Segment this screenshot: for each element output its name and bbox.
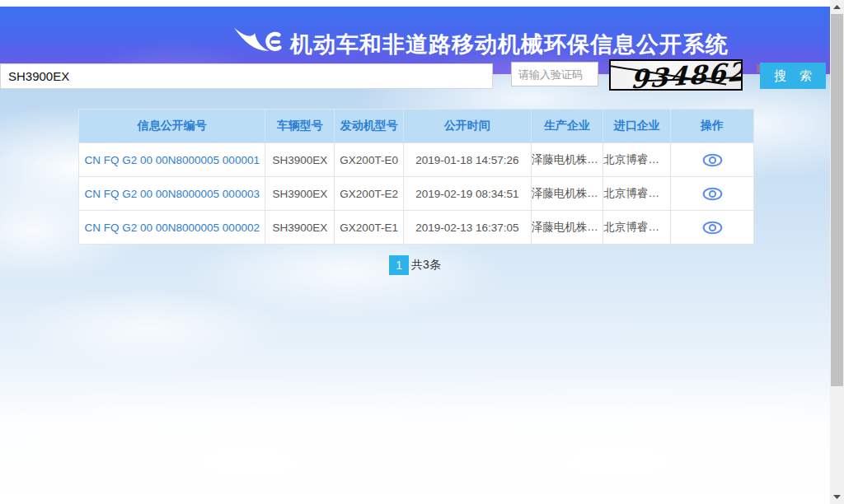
vehicle-model-cell: SH3900EX [265, 177, 335, 210]
importer-cell: 北京博睿辰翔... [603, 177, 671, 210]
search-button[interactable]: 搜 索 [760, 63, 826, 89]
captcha-code: 934862 [631, 59, 738, 91]
page-title: 机动车和非道路移动机械环保信息公开系统 [290, 30, 785, 59]
captcha-image[interactable]: 934862 [609, 59, 743, 91]
top-strip [0, 0, 830, 7]
column-header-disclosure-id: 信息公开编号 [79, 110, 265, 142]
page-button-1[interactable]: 1 [389, 255, 409, 275]
table-row: CN FQ G2 00 00N8000005 000002 SH3900EX G… [79, 210, 753, 244]
engine-model-cell: GX200T-E0 [335, 143, 404, 176]
pagination: 1 共3条 [0, 255, 830, 275]
column-header-manufacturer: 生产企业 [532, 110, 604, 142]
engine-model-cell: GX200T-E2 [335, 177, 404, 210]
disclosure-id-link[interactable]: CN FQ G2 00 00N8000005 000002 [85, 222, 260, 234]
manufacturer-cell: 泽藤电机株式... [532, 143, 604, 176]
scrollbar [830, 0, 844, 504]
table-header-row: 信息公开编号 车辆型号 发动机型号 公开时间 生产企业 进口企业 操作 [79, 110, 753, 142]
captcha-input[interactable] [511, 62, 598, 86]
vehicle-model-cell: SH3900EX [265, 211, 335, 244]
table-row: CN FQ G2 00 00N8000005 000003 SH3900EX G… [79, 176, 753, 210]
publish-time-cell: 2019-02-13 16:37:05 [404, 211, 532, 244]
importer-cell: 北京博睿辰翔... [603, 143, 671, 176]
publish-time-cell: 2019-02-19 08:34:51 [404, 177, 532, 210]
results-table: 信息公开编号 车辆型号 发动机型号 公开时间 生产企业 进口企业 操作 CN F… [78, 109, 754, 245]
column-header-actions: 操作 [671, 110, 753, 142]
vehicle-model-cell: SH3900EX [265, 143, 335, 176]
column-header-publish-time: 公开时间 [404, 110, 532, 142]
column-header-engine-model: 发动机型号 [335, 110, 404, 142]
view-eye-icon[interactable] [702, 221, 723, 235]
scrollbar-thumb[interactable] [831, 14, 843, 386]
disclosure-id-link[interactable]: CN FQ G2 00 00N8000005 000001 [85, 154, 260, 166]
column-header-vehicle-model: 车辆型号 [265, 110, 335, 142]
view-eye-icon[interactable] [702, 187, 723, 201]
publish-time-cell: 2019-01-18 14:57:26 [404, 143, 532, 176]
importer-cell: 北京博睿辰翔... [603, 211, 671, 244]
scroll-up-button[interactable] [830, 0, 844, 14]
total-count: 共3条 [411, 258, 441, 273]
engine-model-cell: GX200T-E1 [335, 211, 404, 244]
table-row: CN FQ G2 00 00N8000005 000001 SH3900EX G… [79, 142, 753, 176]
scroll-down-button[interactable] [830, 490, 844, 504]
column-header-importer: 进口企业 [603, 110, 671, 142]
view-eye-icon[interactable] [702, 153, 723, 167]
search-input[interactable] [0, 63, 493, 89]
page: 机动车和非道路移动机械环保信息公开系统 934862 搜 索 信息公开编号 车辆… [0, 0, 844, 504]
disclosure-id-link[interactable]: CN FQ G2 00 00N8000005 000003 [85, 188, 260, 200]
manufacturer-cell: 泽藤电机株式... [532, 211, 604, 244]
manufacturer-cell: 泽藤电机株式... [532, 177, 604, 210]
logo-bird-icon [233, 25, 284, 59]
